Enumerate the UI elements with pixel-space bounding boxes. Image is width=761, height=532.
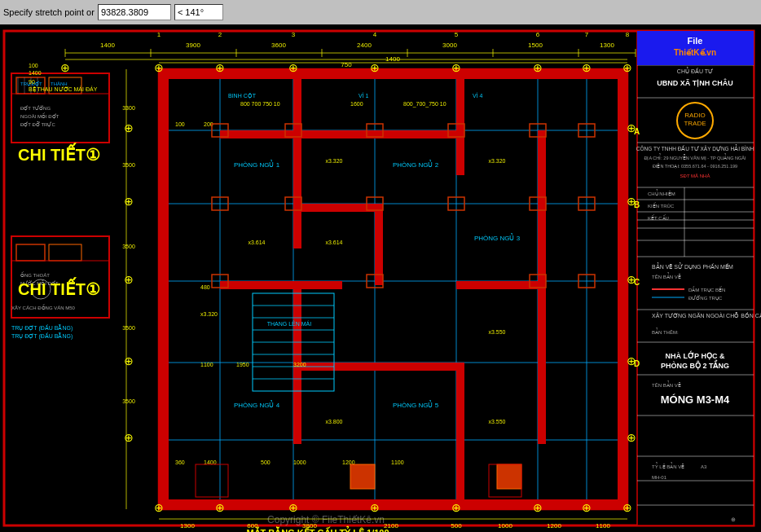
svg-text:1200: 1200 [547,522,561,530]
svg-rect-105 [159,69,169,509]
svg-rect-115 [375,204,383,285]
svg-text:⊕: ⊕ [731,517,736,522]
svg-text:1300: 1300 [180,522,195,530]
svg-text:A3: A3 [701,464,707,469]
svg-rect-104 [159,499,627,509]
svg-text:3200: 3200 [293,362,306,367]
svg-text:2: 2 [218,31,222,38]
svg-text:CÔNG TY TNHH ĐẦU TƯ XÂY DỰNG H: CÔNG TY TNHH ĐẦU TƯ XÂY DỰNG HẢI BÌNH [636,144,754,152]
svg-text:800_700_750 10: 800_700_750 10 [403,101,446,108]
svg-text:⊕: ⊕ [451,501,461,514]
svg-text:3300: 3300 [122,105,135,111]
svg-text:ĐỢT ĐỠ TRỰC: ĐỢT ĐỠ TRỰC [20,121,55,128]
svg-rect-118 [456,363,464,509]
svg-text:SĐT MÃ NHÀ: SĐT MÃ NHÀ [680,174,710,178]
svg-text:⊕: ⊕ [370,61,380,74]
angle-input[interactable] [174,4,223,20]
svg-text:3500: 3500 [122,244,135,249]
svg-text:ĐIỆN THOẠI: 0355.671.64 - 0916: ĐIỆN THOẠI: 0355.671.64 - 0916.251.199 [653,163,737,169]
svg-text:BỆ THAU NƯỚC MÁI ĐÁY: BỆ THAU NƯỚC MÁI ĐÁY [29,86,98,93]
svg-text:⊕: ⊕ [370,501,380,514]
svg-text:ĐƯỜNG TRỤC: ĐƯỜNG TRỤC [688,295,723,301]
svg-text:480: 480 [200,284,210,290]
svg-text:⊕: ⊕ [627,431,636,444]
svg-text:TRỤ ĐỢT (ĐẦU BẰNG): TRỤ ĐỢT (ĐẦU BẰNG) [11,332,73,340]
svg-text:TRADE: TRADE [684,120,706,127]
svg-text:1100: 1100 [200,362,213,367]
svg-text:NHÀ LỚP HỌC &: NHÀ LỚP HỌC & [666,350,725,360]
svg-text:2400: 2400 [357,42,372,49]
coordinate-input[interactable] [98,4,171,20]
svg-text:⊕: ⊕ [154,61,164,74]
svg-text:PHÒNG NGỦ 5: PHÒNG NGỦ 5 [393,400,439,409]
svg-text:3: 3 [292,31,296,38]
cad-drawing: File ThiếtKế.vn CHỦ ĐẦU TƯ UBND XÃ TỊNH … [0,24,761,532]
svg-text:1000: 1000 [498,522,512,530]
svg-text:1400: 1400 [100,42,115,49]
svg-text:THANG LÊN MÁI: THANG LÊN MÁI [267,320,312,327]
svg-text:750: 750 [341,61,352,68]
svg-text:x3.320: x3.320 [325,158,342,164]
svg-text:⊕: ⊕ [124,121,134,134]
svg-text:⊕: ⊕ [582,61,592,74]
svg-text:1400: 1400 [29,70,42,76]
svg-text:PHÒNG NGỦ 2: PHÒNG NGỦ 2 [393,160,439,169]
svg-text:x3.614: x3.614 [248,240,265,245]
svg-text:⊕: ⊕ [124,431,134,444]
svg-text:RADIO: RADIO [684,112,705,119]
svg-text:x3.800: x3.800 [325,419,342,424]
svg-text:1950: 1950 [236,362,249,367]
svg-text:x3.550: x3.550 [488,329,505,335]
svg-text:⊕: ⊕ [215,61,225,74]
svg-rect-109 [375,130,456,138]
svg-text:3600: 3600 [271,42,286,49]
svg-text:⊕: ⊕ [124,273,134,286]
svg-text:DẦM TRỤC BẾN: DẦM TRỤC BẾN [688,286,725,293]
svg-text:ThiếtKế.vn: ThiếtKế.vn [674,48,716,57]
svg-text:ỐNG THOÁT: ỐNG THOÁT [20,271,50,278]
svg-text:⊕: ⊕ [288,61,298,74]
svg-text:1: 1 [157,31,161,38]
svg-rect-111 [456,281,538,289]
svg-text:1500: 1500 [528,42,543,49]
svg-text:3500: 3500 [122,325,135,331]
svg-text:Copyright © FileThiếtKê.vn: Copyright © FileThiếtKê.vn [267,514,385,525]
svg-text:A: A [634,127,640,136]
svg-text:BẢN VẼ SỬ DỤNG PHẦN MỀM: BẢN VẼ SỬ DỤNG PHẦN MỀM [652,262,733,270]
svg-text:⊕: ⊕ [622,501,632,514]
svg-text:3500: 3500 [122,162,135,168]
svg-text:BINH CỘT: BINH CỘT [228,93,257,99]
svg-text:800 700 750 10: 800 700 750 10 [240,101,280,107]
svg-text:⊕: ⊕ [60,61,70,74]
svg-text:UBND XÃ TỊNH CHÂU: UBND XÃ TỊNH CHÂU [657,78,733,87]
svg-text:TRỤ ĐỢT (ĐẦU BẰNG): TRỤ ĐỢT (ĐẦU BẰNG) [11,324,73,332]
svg-rect-103 [159,69,627,79]
svg-text:CHỦ ĐẦU TƯ: CHỦ ĐẦU TƯ [677,67,713,74]
svg-text:⊕: ⊕ [582,501,592,514]
svg-text:ĐỢT TƯỜNG: ĐỢT TƯỜNG [20,105,51,112]
svg-text:⊕: ⊕ [533,61,543,74]
svg-text:3500: 3500 [122,398,135,404]
drawing-area: File ThiếtKế.vn CHỦ ĐẦU TƯ UBND XÃ TỊNH … [0,24,761,532]
svg-text:XÂY CÁCH ĐỒNG VÁN M50: XÂY CÁCH ĐỒNG VÁN M50 [11,304,76,310]
svg-text:File: File [688,36,703,46]
svg-text:KẾT CẤU: KẾT CẤU [648,214,669,221]
svg-text:⊕: ⊕ [154,501,164,514]
svg-text:⊕: ⊕ [124,195,134,208]
svg-text:⊕: ⊕ [451,61,461,74]
toolbar: Specify stretch point or [0,0,761,24]
svg-text:⊕: ⊕ [215,501,225,514]
svg-text:1000: 1000 [293,459,306,465]
svg-text:500: 500 [451,522,462,530]
svg-text:5: 5 [455,31,459,38]
svg-text:3900: 3900 [186,42,200,49]
svg-text:C: C [634,278,640,287]
svg-text:1400: 1400 [385,55,400,63]
svg-rect-114 [456,69,464,175]
chi-tiet-label-1: CHI TIẾT① [18,145,100,165]
svg-text:6: 6 [536,31,540,38]
svg-text:4: 4 [373,31,377,38]
svg-text:MH-01: MH-01 [652,475,667,480]
svg-text:1600: 1600 [350,101,363,107]
svg-text:VÌ 1: VÌ 1 [359,92,369,99]
